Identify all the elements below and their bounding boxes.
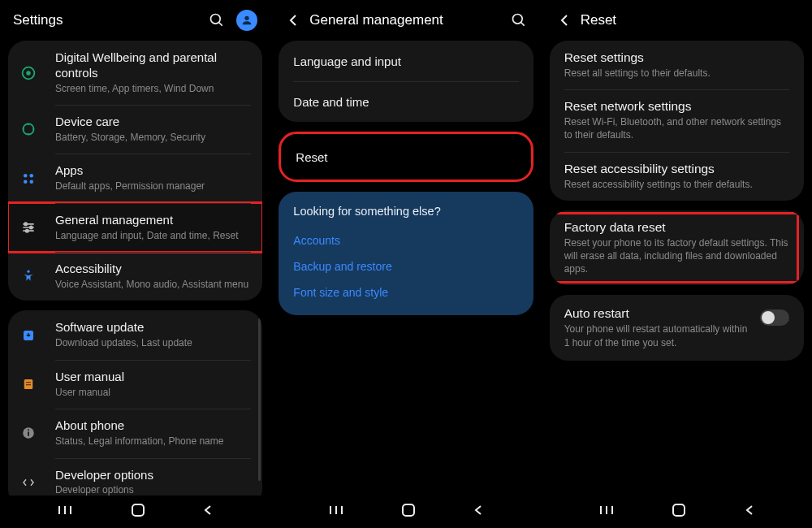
settings-item-devicecare[interactable]: Device careBattery, Storage, Memory, Sec… [8,105,262,154]
general-icon [19,219,37,236]
item-subtitle: Download updates, Last update [55,337,251,350]
gm-item-reset[interactable]: Reset [281,134,530,180]
item-subtitle: Developer options [55,484,251,496]
item-subtitle: Your phone will restart automatically wi… [564,322,752,348]
settings-item-about-phone[interactable]: About phoneStatus, Legal information, Ph… [8,409,262,457]
reset-item-factory[interactable]: Factory data reset Reset your phone to i… [550,210,804,286]
devicecare-icon [19,120,37,138]
settings-item-accessibility[interactable]: AccessibilityVoice Assistant, Mono audio… [8,252,262,301]
looking-link-font[interactable]: Font size and style [293,279,518,305]
item-title: Accessibility [55,262,251,277]
back-icon[interactable] [555,11,574,30]
reset-item-accessibility[interactable]: Reset accessibility settings Reset acces… [550,152,804,201]
home-button[interactable] [131,503,145,521]
svg-point-23 [28,430,29,431]
settings-group: Digital Wellbeing and parental controlsS… [8,41,262,301]
item-title: User manual [55,370,251,385]
manual-icon [19,375,37,393]
svg-point-8 [24,180,28,184]
item-title: About phone [55,418,251,434]
search-icon[interactable] [207,11,227,30]
back-button[interactable] [473,504,484,519]
item-title: Device care [55,115,251,130]
svg-point-2 [245,16,249,20]
svg-point-6 [24,174,28,178]
gm-item-language[interactable]: Language and input [279,41,533,81]
nav-bar [0,496,270,528]
recent-apps-button[interactable] [598,504,615,519]
dev-icon [19,474,37,491]
item-subtitle: Voice Assistant, Mono audio, Assistant m… [55,279,251,292]
header-title: General management [309,12,508,28]
back-button[interactable] [202,504,214,519]
svg-line-1 [219,23,222,26]
item-title: Factory data reset [564,220,789,235]
auto-restart-row[interactable]: Auto restart Your phone will restart aut… [550,295,804,360]
nav-bar [270,496,541,528]
settings-list: Digital Wellbeing and parental controlsS… [0,41,270,496]
item-subtitle: Default apps, Permission manager [55,180,251,193]
item-title: Reset network settings [564,99,789,114]
item-subtitle: Battery, Storage, Memory, Security [55,132,251,145]
account-avatar-icon[interactable] [236,10,257,31]
svg-rect-22 [28,432,29,436]
header-title: Settings [13,12,207,28]
looking-link-accounts[interactable]: Accounts [293,227,518,253]
svg-rect-33 [403,504,414,516]
reset-item-network[interactable]: Reset network settings Reset Wi-Fi, Blue… [550,89,804,151]
settings-item-wellbeing[interactable]: Digital Wellbeing and parental controlsS… [8,41,262,105]
search-icon[interactable] [509,11,529,30]
header: Reset [542,0,812,41]
settings-item-software-update[interactable]: Software updateDownload updates, Last up… [8,310,262,359]
item-title: Auto restart [564,306,752,321]
reset-screen: Reset Reset settings Reset all settings … [542,0,812,528]
gm-item-datetime[interactable]: Date and time [279,81,533,122]
item-title: Apps [55,163,251,179]
back-icon[interactable] [283,11,303,30]
svg-point-15 [26,229,28,232]
svg-point-13 [24,223,27,225]
auto-restart-toggle[interactable] [760,309,789,326]
svg-point-5 [23,124,33,135]
item-label: Language and input [293,54,401,68]
info-icon [19,424,37,442]
svg-point-14 [30,226,32,228]
item-subtitle: Reset your phone to its factory default … [564,236,789,276]
item-title: Software update [55,320,251,335]
item-label: Date and time [293,95,369,109]
svg-point-7 [30,174,34,178]
recent-apps-button[interactable] [57,504,73,519]
update-icon [19,327,37,344]
looking-title: Looking for something else? [293,205,518,218]
item-subtitle: Reset accessibility settings to their de… [564,178,789,191]
header: General management [270,0,541,41]
svg-point-4 [26,71,31,76]
reset-item-settings[interactable]: Reset settings Reset all settings to the… [550,41,804,89]
apps-icon [19,170,37,188]
item-subtitle: Screen time, App timers, Wind Down [55,83,251,96]
factory-group: Factory data reset Reset your phone to i… [550,210,804,286]
svg-rect-27 [132,504,144,516]
svg-point-9 [30,180,34,184]
reset-list: Reset settings Reset all settings to the… [542,41,812,496]
recent-apps-button[interactable] [328,504,344,519]
item-label: Reset [296,150,327,164]
settings-item-apps[interactable]: AppsDefault apps, Permission manager [8,154,262,202]
header: Settings [0,0,270,41]
item-title: General management [55,213,251,228]
settings-item-user-manual[interactable]: User manualUser manual [8,360,262,409]
auto-restart-group: Auto restart Your phone will restart aut… [550,295,804,360]
looking-card: Looking for something else? Accounts Bac… [279,192,533,315]
home-button[interactable] [401,503,416,521]
item-title: Reset settings [564,50,789,65]
svg-rect-18 [24,379,33,389]
settings-item-developer-options[interactable]: Developer optionsDeveloper options [8,458,262,496]
looking-link-backup[interactable]: Backup and restore [293,253,518,279]
gm-list: Language and input Date and time Reset L… [270,41,541,496]
reset-group: Reset settings Reset all settings to the… [550,41,804,201]
item-subtitle: Reset Wi-Fi, Bluetooth, and other networ… [564,115,789,141]
settings-item-general-management[interactable]: General managementLanguage and input, Da… [8,203,262,252]
gm-group-reset: Reset [279,132,533,182]
home-button[interactable] [672,503,686,521]
back-button[interactable] [744,504,755,519]
